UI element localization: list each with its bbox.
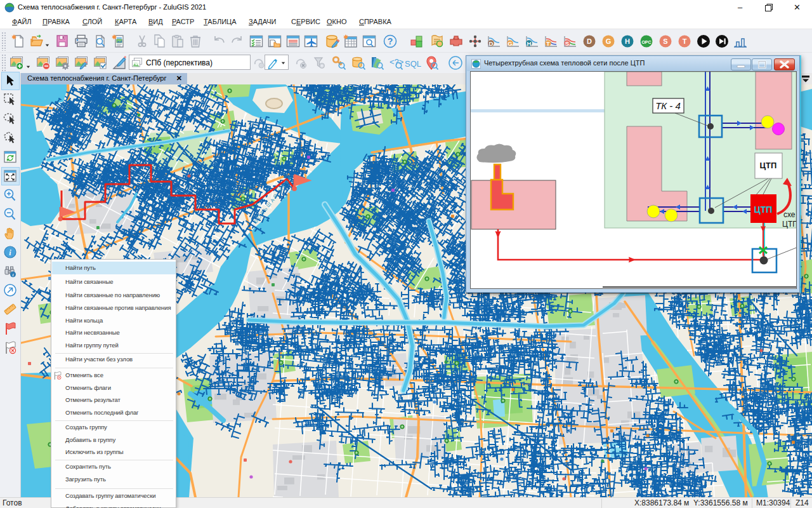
- svg-text:G: G: [606, 37, 612, 45]
- svg-text:G: G: [508, 40, 512, 47]
- svg-text:SQL: SQL: [405, 59, 421, 69]
- svg-text:?: ?: [388, 36, 393, 46]
- svg-text:схе: схе: [783, 210, 796, 219]
- svg-text:S: S: [565, 40, 569, 47]
- svg-text:T: T: [546, 40, 550, 47]
- svg-text:H: H: [527, 40, 532, 47]
- svg-text:D: D: [587, 37, 592, 45]
- svg-text:ЦТП: ЦТП: [782, 220, 797, 229]
- svg-text:T: T: [683, 37, 687, 45]
- svg-text:D: D: [489, 40, 494, 47]
- svg-text:ЦТП: ЦТП: [760, 161, 777, 170]
- svg-text:H: H: [625, 37, 630, 45]
- svg-text:OPC: OPC: [641, 40, 651, 44]
- svg-text:i: i: [13, 272, 14, 277]
- svg-text:ЦТП: ЦТП: [754, 204, 773, 215]
- svg-text:S: S: [663, 37, 667, 45]
- svg-text:ТК - 4: ТК - 4: [655, 100, 681, 111]
